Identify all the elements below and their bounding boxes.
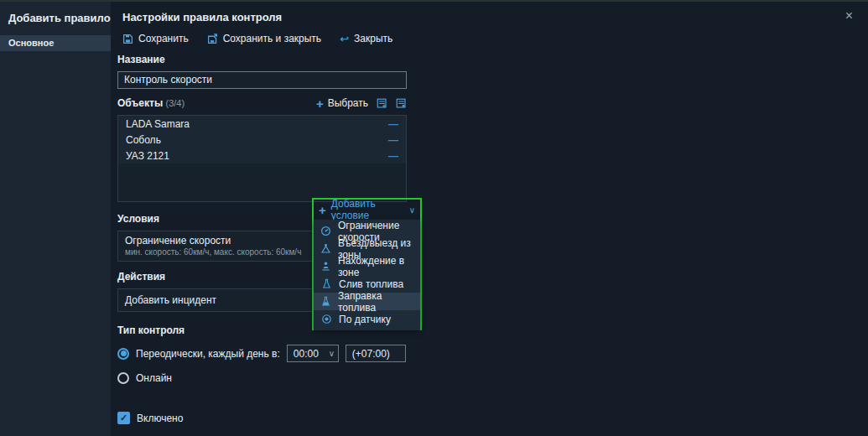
objects-count: (3/4) — [165, 98, 185, 108]
add-condition-highlight-box: + Добавить условие ∨ Ограничение скорост… — [312, 198, 422, 330]
object-row[interactable]: Соболь — — [118, 132, 406, 148]
time-value: 00:00 — [294, 348, 319, 360]
objects-label: Объекты (3/4) — [117, 97, 185, 109]
remove-object-icon[interactable]: — — [388, 118, 398, 130]
zone-enter-exit-icon — [320, 243, 331, 254]
save-and-close-label: Сохранить и закрыть — [223, 33, 321, 44]
sensor-icon — [320, 314, 332, 324]
objects-label-text: Объекты — [117, 97, 163, 109]
remove-object-icon[interactable]: — — [388, 134, 398, 146]
speedometer-icon — [320, 226, 331, 236]
panel-title: Настройки правила контроля — [122, 11, 282, 23]
sidebar-tab-main[interactable]: Основное — [0, 35, 111, 51]
object-row[interactable]: УАЗ 2121 — — [118, 148, 406, 164]
periodic-radio[interactable] — [117, 348, 129, 360]
remove-object-icon[interactable]: — — [388, 150, 398, 162]
online-label: Онлайн — [136, 372, 172, 384]
menu-item-zone-presence[interactable]: Нахождение в зоне — [314, 257, 420, 275]
chevron-down-icon: ∨ — [409, 205, 415, 215]
enabled-row: ✓ Включено — [117, 412, 407, 424]
save-and-close-button[interactable]: Сохранить и закрыть — [207, 33, 321, 44]
save-and-close-icon — [207, 34, 218, 44]
clear-list-icon[interactable] — [396, 98, 407, 109]
sidebar: Добавить правило к... Основное — [0, 2, 111, 436]
timezone-value: (+07:00) — [352, 348, 390, 360]
plus-icon: + — [319, 204, 326, 216]
add-condition-label: Добавить условие — [331, 198, 404, 221]
add-condition-button[interactable]: + Добавить условие ∨ — [314, 200, 420, 220]
name-input[interactable]: Контроль скорости — [117, 71, 407, 89]
enabled-checkbox[interactable]: ✓ — [117, 412, 130, 424]
save-icon — [122, 34, 133, 44]
return-arrow-icon: ↩ — [340, 34, 349, 44]
name-label: Название — [117, 54, 407, 65]
close-button[interactable]: ↩ Закрыть — [340, 33, 392, 44]
periodic-label: Переодически, каждый день в: — [136, 348, 280, 360]
online-radio-row: Онлайн — [117, 369, 407, 387]
object-name: LADA Samara — [126, 118, 190, 130]
periodic-radio-row: Переодически, каждый день в: 00:00 ∨ (+0… — [117, 345, 407, 362]
menu-item-label: По датчику — [339, 314, 391, 325]
menu-item-label: Слив топлива — [339, 278, 403, 290]
plus-icon: + — [316, 97, 324, 110]
select-all-list-icon[interactable] — [377, 98, 387, 109]
select-objects-button[interactable]: + Выбрать — [316, 97, 368, 110]
save-button[interactable]: Сохранить — [122, 33, 189, 44]
chevron-down-icon: ∨ — [329, 349, 335, 358]
zone-presence-icon — [320, 261, 331, 272]
rule-settings-panel: Настройки правила контроля × Сохранить С… — [111, 2, 868, 436]
select-objects-label: Выбрать — [328, 97, 368, 109]
object-row[interactable]: LADA Samara — — [118, 116, 406, 132]
enabled-label: Включено — [137, 413, 183, 424]
menu-item-fuel-fill[interactable]: Заправка топлива — [314, 293, 420, 310]
menu-item-by-sensor[interactable]: По датчику — [314, 310, 420, 328]
online-radio[interactable] — [117, 372, 129, 384]
fuel-fill-icon — [320, 296, 331, 307]
close-icon[interactable]: × — [845, 8, 853, 23]
object-name: Соболь — [126, 134, 161, 146]
objects-header-actions: + Выбрать — [316, 97, 407, 110]
timezone-select[interactable]: (+07:00) — [346, 345, 406, 362]
save-label: Сохранить — [138, 33, 189, 44]
close-label: Закрыть — [354, 33, 392, 44]
object-name: УАЗ 2121 — [126, 150, 169, 162]
condition-type-menu: Ограничение скорости Въезд/выезд из зоны… — [314, 220, 420, 330]
objects-header: Объекты (3/4) + Выбрать — [117, 96, 407, 110]
objects-list: LADA Samara — Соболь — УАЗ 2121 — — [117, 115, 407, 202]
time-select[interactable]: 00:00 ∨ — [287, 345, 339, 362]
sidebar-title: Добавить правило к... — [0, 2, 111, 33]
toolbar: Сохранить Сохранить и закрыть ↩ Закрыть — [122, 31, 392, 46]
fuel-drain-icon — [320, 278, 332, 289]
